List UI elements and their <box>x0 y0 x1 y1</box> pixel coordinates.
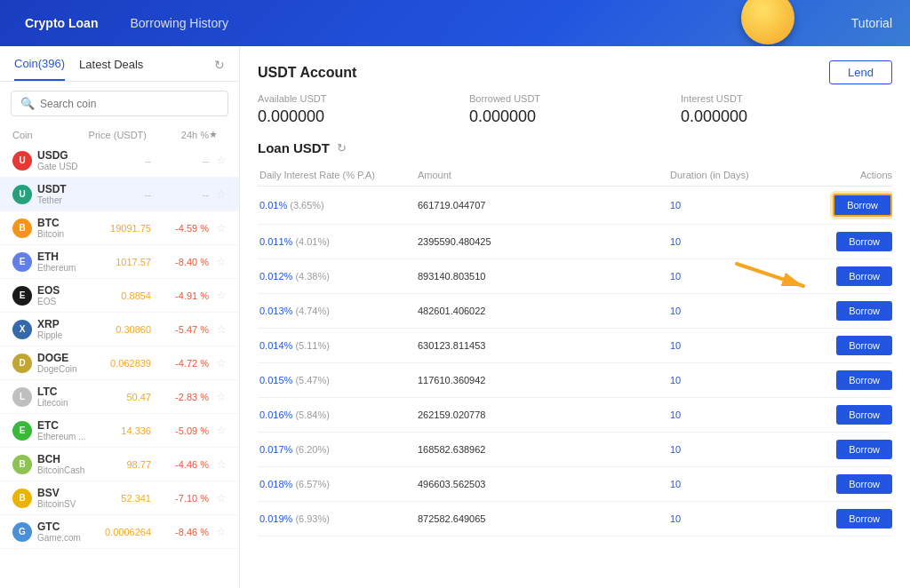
favorite-star-icon[interactable]: ☆ <box>209 154 227 167</box>
sidebar-refresh-icon[interactable]: ↻ <box>214 58 225 72</box>
cell-actions: Borrow <box>812 301 892 321</box>
tab-latest-deals[interactable]: Latest Deals <box>79 58 143 80</box>
coin-item-etc[interactable]: E ETC Ethereum ... 14.336 -5.09 % ☆ <box>0 414 239 448</box>
coin-item-btc[interactable]: B BTC Bitcoin 19091.75 -4.59 % ☆ <box>0 211 239 245</box>
coin-item-usdg[interactable]: U USDG Gate USD -- -- ☆ <box>0 144 239 178</box>
coin-price: 98.77 <box>89 459 160 470</box>
main-layout: Coin(396) Latest Deals ↻ 🔍 Coin Price (U… <box>0 46 910 588</box>
tutorial-link[interactable]: Tutorial <box>851 16 892 30</box>
rate-annual: (4.38%) <box>295 271 330 282</box>
coin-symbol: EOS <box>37 284 89 297</box>
coin-info: BTC Bitcoin <box>37 217 89 239</box>
coin-symbol: ETH <box>37 250 89 263</box>
coin-icon-btc: B <box>12 219 32 238</box>
cell-duration: 10 <box>670 409 812 420</box>
coin-change: -5.47 % <box>160 324 209 335</box>
borrow-button[interactable]: Borrow <box>836 405 892 425</box>
cell-duration: 10 <box>670 236 812 247</box>
nav-borrowing-history[interactable]: Borrowing History <box>123 12 235 34</box>
coin-symbol: BSV <box>37 487 89 499</box>
coin-change: -- <box>160 155 209 166</box>
coin-item-bch[interactable]: B BCH BitcoinCash 98.77 -4.46 % ☆ <box>0 448 239 481</box>
coin-icon-doge: D <box>12 354 32 373</box>
cell-duration: 10 <box>670 479 812 489</box>
favorite-star-icon[interactable]: ☆ <box>209 322 227 336</box>
cell-amount: 872582.649065 <box>418 513 670 524</box>
table-row: 0.011% (4.01%) 2395590.480425 10 Borrow <box>258 225 892 259</box>
table-row: 0.015% (5.47%) 117610.360942 10 Borrow <box>258 363 892 398</box>
coin-symbol: GTC <box>37 520 89 533</box>
favorite-star-icon[interactable]: ☆ <box>209 424 227 437</box>
borrow-button[interactable]: Borrow <box>836 232 892 251</box>
coin-item-xrp[interactable]: X XRP Ripple 0.30860 -5.47 % ☆ <box>0 313 239 346</box>
account-title: USDT Account <box>258 65 356 81</box>
coin-name: Ethereum ... <box>37 432 89 441</box>
main-content: USDT Account Lend Available USDT 0.00000… <box>240 46 910 588</box>
borrow-button[interactable]: Borrow <box>836 370 892 390</box>
search-input[interactable] <box>40 98 219 110</box>
sidebar: Coin(396) Latest Deals ↻ 🔍 Coin Price (U… <box>0 46 240 588</box>
coin-item-gtc[interactable]: G GTC Game.com 0.0006264 -8.46 % ☆ <box>0 515 239 549</box>
favorite-star-icon[interactable]: ☆ <box>209 525 227 538</box>
borrow-button[interactable]: Borrow <box>836 266 892 286</box>
rate-percent: 0.014% <box>259 340 292 351</box>
favorite-star-icon[interactable]: ☆ <box>209 390 227 403</box>
loan-refresh-icon[interactable]: ↻ <box>337 141 347 155</box>
rate-percent: 0.012% <box>259 271 292 282</box>
favorite-star-icon[interactable]: ☆ <box>209 255 227 268</box>
rate-percent: 0.018% <box>259 479 292 489</box>
account-stats: Available USDT 0.000000 Borrowed USDT 0.… <box>258 93 892 126</box>
coin-price: 52.341 <box>89 493 160 504</box>
rate-annual: (4.01%) <box>295 236 330 247</box>
coin-change: -4.91 % <box>160 290 209 301</box>
favorite-star-icon[interactable]: ☆ <box>209 356 227 369</box>
coin-info: EOS EOS <box>37 284 89 306</box>
coin-decoration <box>741 0 794 44</box>
borrow-button[interactable]: Borrow <box>833 194 892 217</box>
cell-amount: 117610.360942 <box>418 375 670 385</box>
cell-actions: Borrow <box>812 509 892 528</box>
header: Crypto Loan Borrowing History Tutorial <box>0 0 910 46</box>
borrow-button[interactable]: Borrow <box>836 301 892 321</box>
favorite-star-icon[interactable]: ☆ <box>209 221 227 234</box>
lend-button[interactable]: Lend <box>829 60 892 84</box>
favorite-star-icon[interactable]: ☆ <box>209 289 227 302</box>
coin-item-bsv[interactable]: B BSV BitcoinSV 52.341 -7.10 % ☆ <box>0 481 239 515</box>
cell-duration: 10 <box>670 200 812 211</box>
borrow-button[interactable]: Borrow <box>836 440 892 459</box>
borrow-button[interactable]: Borrow <box>836 474 892 494</box>
coin-list: U USDG Gate USD -- -- ☆ U USDT Tether --… <box>0 144 239 588</box>
favorite-star-icon[interactable]: ☆ <box>209 457 227 471</box>
coin-item-doge[interactable]: D DOGE DogeCoin 0.062839 -4.72 % ☆ <box>0 346 239 380</box>
rate-percent: 0.011% <box>259 236 292 247</box>
coin-symbol: BCH <box>37 453 89 465</box>
cell-amount: 496603.562503 <box>418 479 670 489</box>
coin-symbol: USDT <box>37 183 89 195</box>
table-row: 0.018% (6.57%) 496603.562503 10 Borrow <box>258 467 892 502</box>
borrow-button[interactable]: Borrow <box>836 336 892 355</box>
rate-percent: 0.015% <box>259 375 292 385</box>
borrow-button[interactable]: Borrow <box>836 509 892 528</box>
table-row: 0.012% (4.38%) 893140.803510 10 Borrow <box>258 259 892 294</box>
nav-crypto-loan[interactable]: Crypto Loan <box>18 12 105 34</box>
coin-item-usdt[interactable]: U USDT Tether -- -- ☆ <box>0 178 239 211</box>
coin-name: Litecoin <box>37 398 89 408</box>
favorite-star-icon[interactable]: ☆ <box>209 187 227 201</box>
rate-annual: (3.65%) <box>290 200 324 211</box>
coin-change: -4.46 % <box>160 459 209 470</box>
coin-icon-ltc: L <box>12 387 32 407</box>
sidebar-tabs: Coin(396) Latest Deals ↻ <box>0 46 239 82</box>
coin-item-ltc[interactable]: L LTC Litecoin 50.47 -2.83 % ☆ <box>0 380 239 414</box>
coin-info: LTC Litecoin <box>37 385 89 408</box>
coin-info: XRP Ripple <box>37 318 89 340</box>
coin-change: -2.83 % <box>160 392 209 402</box>
cell-amount: 661719.044707 <box>418 200 670 211</box>
table-row: 0.013% (4.74%) 482601.406022 10 Borrow <box>258 294 892 329</box>
coin-item-eth[interactable]: E ETH Ethereum 1017.57 -8.40 % ☆ <box>0 245 239 279</box>
coin-item-eos[interactable]: E EOS EOS 0.8854 -4.91 % ☆ <box>0 279 239 313</box>
rate-annual: (5.47%) <box>295 375 330 385</box>
loan-title: Loan USDT <box>258 140 330 155</box>
tab-coin[interactable]: Coin(396) <box>14 57 65 81</box>
favorite-star-icon[interactable]: ☆ <box>209 491 227 505</box>
account-header: USDT Account Lend <box>258 60 892 84</box>
